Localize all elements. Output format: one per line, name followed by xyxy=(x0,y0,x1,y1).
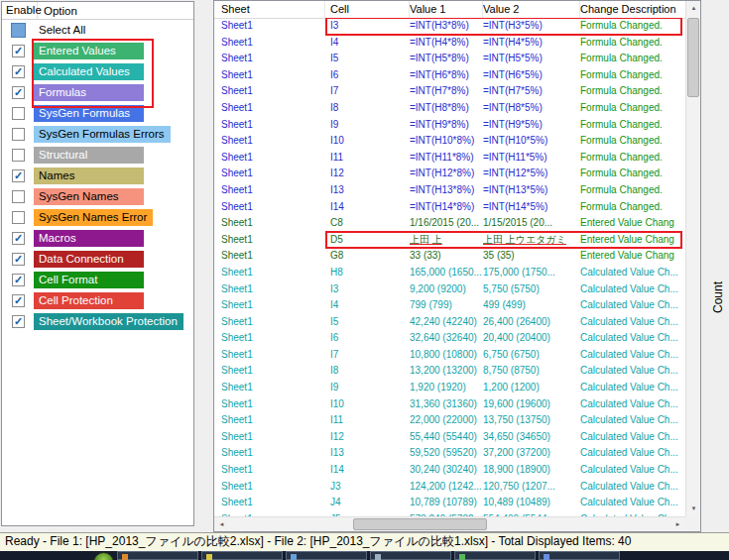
grid-row[interactable]: Sheet1 I10 31,360 (31360) 19,600 (19600)… xyxy=(214,396,685,413)
option-label: SysGen Formulas Errors xyxy=(34,126,171,143)
option-row[interactable]: Select All xyxy=(2,20,193,41)
option-row[interactable]: ✓ Cell Protection xyxy=(2,290,193,311)
option-row[interactable]: SysGen Formulas xyxy=(2,103,193,124)
vertical-scrollbar[interactable]: ▲ ▼ xyxy=(685,1,700,516)
grid-row[interactable]: Sheet1 I4 =INT(H4*8%) =INT(H4*5%) Formul… xyxy=(214,35,685,52)
cell-ref: D5 xyxy=(325,232,410,249)
chart-count-axis-label: Count xyxy=(711,281,725,313)
grid-row[interactable]: Sheet1 I13 =INT(H13*8%) =INT(H13*5%) For… xyxy=(214,182,685,199)
option-row[interactable]: ✓ Cell Format xyxy=(2,270,193,290)
grid-row[interactable]: Sheet1 I9 1,920 (1920) 1,200 (1200) Calc… xyxy=(214,380,685,396)
grid-row[interactable]: Sheet1 I11 =INT(H11*8%) =INT(H11*5%) For… xyxy=(214,150,685,167)
grid-row[interactable]: Sheet1 I5 42,240 (42240) 26,400 (26400) … xyxy=(214,314,685,331)
grid-row[interactable]: Sheet1 I8 =INT(H8*8%) =INT(H8*5%) Formul… xyxy=(214,100,685,117)
option-row[interactable]: SysGen Formulas Errors xyxy=(2,124,193,145)
grid-row[interactable]: Sheet1 I14 =INT(H14*8%) =INT(H14*5%) For… xyxy=(214,199,685,216)
cell-value1: =INT(H10*8%) xyxy=(410,133,483,150)
cell-ref: I7 xyxy=(325,347,410,364)
option-row[interactable]: ✓ Names xyxy=(2,166,193,186)
grid-row[interactable]: Sheet1 C8 1/16/2015 (20... 1/15/2015 (20… xyxy=(214,215,685,232)
grid-row[interactable]: Sheet1 J3 124,200 (1242... 120,750 (1207… xyxy=(214,479,685,496)
option-row[interactable]: SysGen Names Error xyxy=(2,207,193,228)
column-header-cell[interactable]: Cell xyxy=(325,1,410,18)
cell-value2: =INT(H5*5%) xyxy=(483,51,580,67)
option-row[interactable]: ✓ Entered Values xyxy=(2,41,193,61)
option-checkbox[interactable]: ✓ xyxy=(12,86,25,99)
option-checkbox[interactable] xyxy=(11,23,26,38)
column-header-value-2[interactable]: Value 2 xyxy=(483,1,580,18)
option-row[interactable]: SysGen Names xyxy=(2,186,193,207)
option-checkbox[interactable]: ✓ xyxy=(12,315,25,328)
cell-sheet: Sheet1 xyxy=(214,133,325,150)
vertical-scroll-thumb[interactable] xyxy=(687,18,699,97)
grid-row[interactable]: Sheet1 D5 上田 上 上田 上ウエタガミ Entered Value C… xyxy=(214,232,685,249)
taskbar-button[interactable] xyxy=(117,551,198,560)
grid-row[interactable]: Sheet1 G8 33 (33) 35 (35) Entered Value … xyxy=(214,248,685,265)
grid-row[interactable]: Sheet1 I3 =INT(H3*8%) =INT(H3*5%) Formul… xyxy=(214,18,685,35)
grid-row[interactable]: Sheet1 J4 10,789 (10789) 10,489 (10489) … xyxy=(214,495,685,511)
grid-row[interactable]: Sheet1 H8 165,000 (1650... 175,000 (1750… xyxy=(214,265,685,281)
taskbar-button[interactable] xyxy=(201,551,283,560)
option-checkbox[interactable]: ✓ xyxy=(12,232,25,245)
option-checkbox[interactable] xyxy=(12,107,25,120)
cell-value2: =INT(H13*5%) xyxy=(483,182,580,199)
grid-row[interactable]: Sheet1 I14 30,240 (30240) 18,900 (18900)… xyxy=(214,462,685,479)
grid-row[interactable]: Sheet1 I11 22,000 (22000) 13,750 (13750)… xyxy=(214,412,685,429)
cell-value1: =INT(H7*8%) xyxy=(410,83,483,100)
horizontal-scroll-thumb[interactable] xyxy=(353,518,487,530)
grid-row[interactable]: Sheet1 I6 =INT(H6*8%) =INT(H6*5%) Formul… xyxy=(214,67,685,84)
grid-row[interactable]: Sheet1 I12 =INT(H12*8%) =INT(H12*5%) For… xyxy=(214,166,685,182)
grid-row[interactable]: Sheet1 I10 =INT(H10*8%) =INT(H10*5%) For… xyxy=(214,133,685,150)
taskbar-button[interactable] xyxy=(286,551,367,560)
option-row[interactable]: ✓ Sheet/Workbook Protection xyxy=(2,311,193,332)
option-checkbox[interactable]: ✓ xyxy=(12,169,25,182)
grid-row[interactable]: Sheet1 I6 32,640 (32640) 20,400 (20400) … xyxy=(214,330,685,347)
taskbar-button[interactable] xyxy=(539,551,620,560)
grid-row[interactable]: Sheet1 I9 =INT(H9*8%) =INT(H9*5%) Formul… xyxy=(214,117,685,134)
grid-row[interactable]: Sheet1 I4 799 (799) 499 (499) Calculated… xyxy=(214,297,685,314)
taskbar-button[interactable] xyxy=(370,551,451,560)
cell-change-description: Formula Changed. xyxy=(580,83,685,100)
option-checkbox[interactable] xyxy=(12,211,25,224)
cell-value2: =INT(H14*5%) xyxy=(483,199,580,216)
column-header-value-1[interactable]: Value 1 xyxy=(410,1,483,18)
scroll-up-icon[interactable]: ▲ xyxy=(686,1,701,16)
option-checkbox[interactable] xyxy=(12,149,25,162)
cell-value2: =INT(H3*5%) xyxy=(483,18,580,35)
option-checkbox[interactable] xyxy=(12,128,25,141)
option-row[interactable]: Structural xyxy=(2,145,193,166)
scroll-left-icon[interactable]: ◄ xyxy=(214,517,229,532)
scroll-down-icon[interactable]: ▼ xyxy=(686,502,701,516)
grid-row[interactable]: Sheet1 I3 9,200 (9200) 5,750 (5750) Calc… xyxy=(214,281,685,298)
taskbar-button[interactable] xyxy=(454,551,536,560)
option-label: Cell Format xyxy=(34,272,144,288)
cell-value2: 19,600 (19600) xyxy=(483,396,580,413)
option-row[interactable]: ✓ Calculated Values xyxy=(2,61,193,82)
grid-row[interactable]: Sheet1 I8 13,200 (13200) 8,750 (8750) Ca… xyxy=(214,363,685,380)
horizontal-scrollbar[interactable]: ◄ ► xyxy=(214,516,685,531)
grid-row[interactable]: Sheet1 I7 =INT(H7*8%) =INT(H7*5%) Formul… xyxy=(214,83,685,100)
option-checkbox[interactable]: ✓ xyxy=(12,45,25,57)
option-checkbox[interactable]: ✓ xyxy=(12,65,25,78)
grid-row[interactable]: Sheet1 I5 =INT(H5*8%) =INT(H5*5%) Formul… xyxy=(214,51,685,67)
option-checkbox[interactable]: ✓ xyxy=(12,274,25,286)
option-row[interactable]: ✓ Formulas xyxy=(2,82,193,103)
cell-value2: =INT(H9*5%) xyxy=(483,117,580,134)
option-checkbox[interactable]: ✓ xyxy=(12,294,25,307)
option-label: SysGen Formulas xyxy=(34,105,144,122)
option-checkbox[interactable] xyxy=(12,190,25,203)
options-panel: Enable Option Select All ✓ Entered Value… xyxy=(1,1,194,526)
column-header-sheet[interactable]: Sheet xyxy=(214,1,325,18)
cell-value1: 59,520 (59520) xyxy=(410,445,483,462)
scroll-right-icon[interactable]: ► xyxy=(670,517,685,532)
option-row[interactable]: ✓ Data Connection xyxy=(2,249,193,270)
options-list: Select All ✓ Entered Values ✓ Calculated… xyxy=(2,20,193,332)
start-button[interactable] xyxy=(93,552,114,560)
option-row[interactable]: ✓ Macros xyxy=(2,228,193,249)
option-checkbox[interactable]: ✓ xyxy=(12,253,25,266)
column-header-change-description[interactable]: Change Description xyxy=(580,1,685,18)
grid-row[interactable]: Sheet1 I7 10,800 (10800) 6,750 (6750) Ca… xyxy=(214,347,685,364)
cell-ref: I14 xyxy=(325,462,410,479)
grid-row[interactable]: Sheet1 I12 55,440 (55440) 34,650 (34650)… xyxy=(214,429,685,446)
grid-row[interactable]: Sheet1 I13 59,520 (59520) 37,200 (37200)… xyxy=(214,445,685,462)
